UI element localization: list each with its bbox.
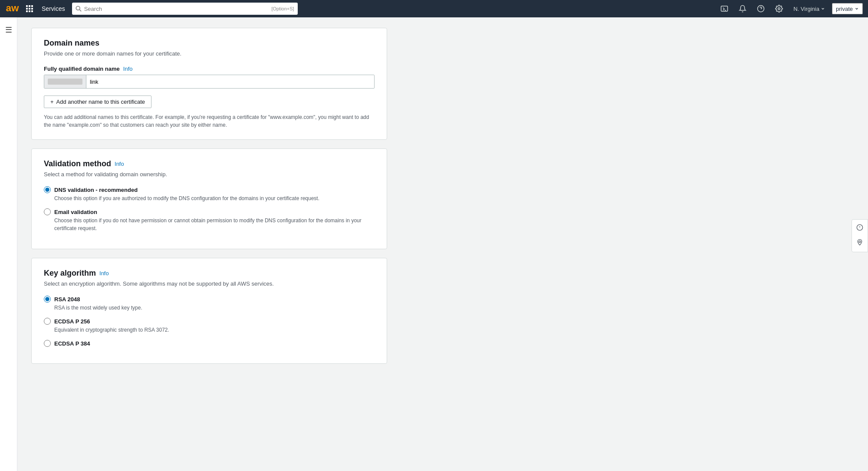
add-another-name-label: Add another name to this certificate: [56, 99, 145, 105]
ecdsap384-radio-text: ECDSA P 384: [54, 340, 90, 347]
search-bar: [Option+S]: [72, 3, 298, 15]
validation-info-link[interactable]: Info: [115, 161, 124, 167]
dns-radio-input[interactable]: [44, 186, 51, 193]
ecdsap256-radio-text: ECDSA P 256: [54, 318, 90, 325]
key-algorithm-title: Key algorithm: [44, 269, 96, 278]
services-grid-button[interactable]: [24, 3, 35, 14]
domain-field-label: Fully qualified domain name Info: [44, 66, 375, 72]
account-value: private: [836, 6, 853, 12]
rsa2048-radio-text: RSA 2048: [54, 296, 80, 303]
right-location-button[interactable]: [853, 236, 867, 250]
svg-rect-1: [26, 5, 28, 7]
svg-point-20: [859, 240, 861, 242]
ecdsap384-radio-input[interactable]: [44, 340, 51, 347]
help-button[interactable]: [753, 3, 768, 14]
key-algorithm-info-link[interactable]: Info: [99, 270, 109, 277]
key-algorithm-section-header: Key algorithm Info: [44, 269, 375, 278]
region-label: N. Virginia: [793, 6, 819, 12]
svg-rect-8: [29, 10, 30, 12]
ecdsap256-radio-desc: Equivalent in cryptographic strength to …: [54, 326, 375, 334]
svg-line-11: [79, 10, 81, 11]
chevron-down-icon: [821, 7, 825, 11]
right-side-icons: [852, 219, 868, 252]
sidebar-toggle-panel: ☰: [0, 17, 17, 471]
search-shortcut: [Option+S]: [271, 6, 294, 11]
hamburger-menu-button[interactable]: ☰: [3, 23, 15, 37]
svg-text:aws: aws: [6, 3, 19, 13]
validation-option-dns: DNS validation - recommended Choose this…: [44, 186, 375, 202]
key-option-ecdsap384: ECDSA P 384: [44, 340, 375, 347]
svg-rect-6: [31, 8, 33, 10]
dns-radio-desc: Choose this option if you are authorized…: [54, 194, 375, 202]
dns-radio-text: DNS validation - recommended: [54, 187, 138, 193]
email-radio-text: Email validation: [54, 209, 97, 215]
right-info-button[interactable]: [853, 221, 867, 235]
svg-rect-7: [26, 10, 28, 12]
ecdsap256-radio-input[interactable]: [44, 318, 51, 325]
key-algorithm-panel: Key algorithm Info Select an encryption …: [31, 258, 387, 364]
svg-point-10: [76, 6, 80, 10]
add-another-name-button[interactable]: + Add another name to this certificate: [44, 96, 151, 108]
rsa2048-radio-desc: RSA is the most widely used key type.: [54, 304, 375, 312]
domain-names-title: Domain names: [44, 39, 375, 48]
svg-rect-3: [31, 5, 33, 7]
settings-button[interactable]: [772, 3, 786, 14]
key-algorithm-subtitle: Select an encryption algorithm. Some alg…: [44, 280, 375, 287]
svg-rect-5: [29, 8, 30, 10]
svg-rect-4: [26, 8, 28, 10]
account-chevron-icon: [855, 7, 859, 11]
rsa2048-radio-label[interactable]: RSA 2048: [44, 296, 375, 303]
domain-input-wrapper: [44, 75, 375, 89]
add-icon: +: [50, 99, 54, 105]
domain-info-link[interactable]: Info: [123, 66, 133, 72]
rsa2048-radio-input[interactable]: [44, 296, 51, 303]
top-navigation: aws Services [Option+S]: [0, 0, 868, 17]
svg-rect-9: [31, 10, 33, 12]
validation-subtitle: Select a method for validating domain ow…: [44, 171, 375, 178]
page-layout: ☰ Domain names Provide one or more domai…: [0, 17, 868, 471]
email-radio-input[interactable]: [44, 208, 51, 215]
aws-logo[interactable]: aws: [5, 2, 19, 16]
main-content: Domain names Provide one or more domain …: [17, 17, 868, 471]
account-selector[interactable]: private: [832, 3, 863, 14]
domain-name-input[interactable]: [86, 75, 374, 88]
ecdsap256-radio-label[interactable]: ECDSA P 256: [44, 318, 375, 325]
validation-method-panel: Validation method Info Select a method f…: [31, 148, 387, 249]
domain-names-panel: Domain names Provide one or more domain …: [31, 28, 387, 140]
svg-point-16: [778, 8, 780, 10]
search-input[interactable]: [84, 6, 269, 12]
validation-title: Validation method: [44, 159, 111, 168]
svg-rect-2: [29, 5, 30, 7]
domain-names-subtitle: Provide one or more domain names for you…: [44, 50, 375, 57]
key-option-ecdsap256: ECDSA P 256 Equivalent in cryptographic …: [44, 318, 375, 334]
services-label[interactable]: Services: [38, 5, 69, 12]
validation-option-email: Email validation Choose this option if y…: [44, 208, 375, 232]
search-icon: [76, 6, 82, 12]
region-selector[interactable]: N. Virginia: [790, 6, 829, 12]
validation-section-header: Validation method Info: [44, 159, 375, 168]
notifications-bell-button[interactable]: [735, 3, 750, 14]
cloudshell-icon-btn[interactable]: [717, 3, 732, 14]
key-option-rsa2048: RSA 2048 RSA is the most widely used key…: [44, 296, 375, 312]
email-radio-desc: Choose this option if you do not have pe…: [54, 217, 375, 232]
dns-radio-label[interactable]: DNS validation - recommended: [44, 186, 375, 193]
email-radio-label[interactable]: Email validation: [44, 208, 375, 215]
domain-hint-text: You can add additional names to this cer…: [44, 113, 375, 129]
ecdsap384-radio-label[interactable]: ECDSA P 384: [44, 340, 375, 347]
domain-input-prefix: [44, 75, 86, 88]
domain-field-label-text: Fully qualified domain name: [44, 66, 120, 72]
